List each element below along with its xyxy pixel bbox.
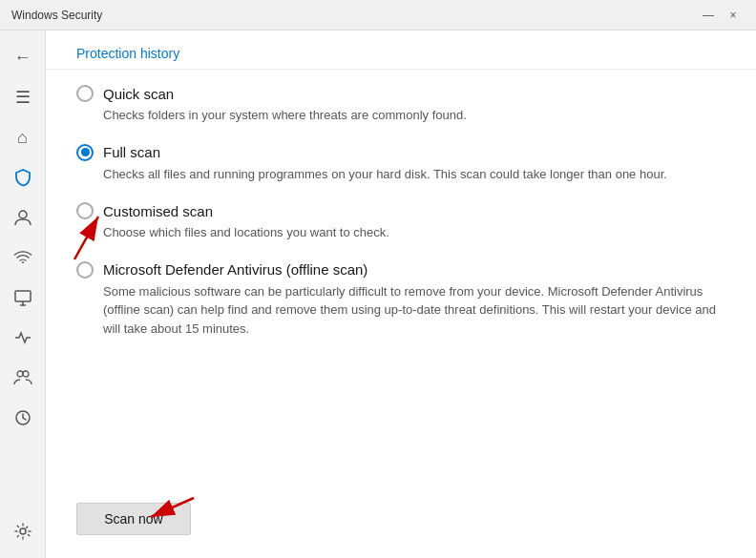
custom-scan-label[interactable]: Customised scan: [103, 203, 213, 219]
scan-options-container: Quick scan Checks folders in your system…: [46, 70, 756, 495]
app-title: Windows Security: [11, 9, 697, 22]
scan-option-offline-header: Microsoft Defender Antivirus (offline sc…: [76, 261, 725, 279]
main-content: Protection history Quick scan Checks fol…: [46, 31, 756, 558]
minimize-button[interactable]: —: [697, 6, 720, 25]
full-scan-label[interactable]: Full scan: [103, 144, 160, 160]
svg-point-5: [20, 528, 26, 534]
quick-scan-label[interactable]: Quick scan: [103, 86, 174, 102]
custom-scan-desc: Choose which files and locations you wan…: [103, 223, 725, 242]
svg-point-0: [19, 211, 27, 218]
quick-scan-desc: Checks folders in your system where thre…: [103, 106, 725, 125]
scan-option-custom: Customised scan Choose which files and l…: [76, 202, 725, 242]
scan-now-button[interactable]: Scan now: [76, 503, 191, 535]
svg-point-2: [17, 371, 23, 377]
app-body: ← ☰ ⌂: [0, 31, 756, 558]
sidebar-item-user[interactable]: [4, 198, 42, 237]
offline-scan-radio[interactable]: [76, 261, 94, 279]
scan-option-full: Full scan Checks all files and running p…: [76, 144, 725, 184]
sidebar-item-shield[interactable]: [4, 158, 42, 196]
scan-option-quick: Quick scan Checks folders in your system…: [76, 85, 725, 125]
scan-option-offline: Microsoft Defender Antivirus (offline sc…: [76, 261, 725, 339]
sidebar-item-history[interactable]: [4, 399, 42, 437]
sidebar-item-home[interactable]: ⌂: [4, 118, 42, 156]
sidebar-item-monitor[interactable]: [4, 279, 42, 317]
full-scan-radio[interactable]: [76, 144, 94, 161]
offline-scan-label[interactable]: Microsoft Defender Antivirus (offline sc…: [103, 261, 368, 278]
quick-scan-radio[interactable]: [76, 85, 94, 102]
sidebar-item-back[interactable]: ←: [4, 38, 42, 76]
window-controls: — ×: [697, 6, 745, 25]
full-scan-desc: Checks all files and running programmes …: [103, 165, 725, 184]
scan-option-quick-header: Quick scan: [76, 85, 725, 102]
sidebar-item-menu[interactable]: ☰: [4, 78, 42, 116]
close-button[interactable]: ×: [722, 6, 745, 25]
sidebar-item-health[interactable]: [4, 319, 42, 357]
sidebar-item-family[interactable]: [4, 359, 42, 397]
scan-option-custom-header: Customised scan: [76, 202, 725, 219]
custom-scan-radio[interactable]: [76, 202, 94, 219]
svg-point-3: [23, 371, 29, 377]
svg-rect-1: [15, 291, 31, 301]
sidebar-item-wireless[interactable]: [4, 238, 42, 277]
sidebar-item-settings[interactable]: [4, 512, 42, 550]
header: Protection history: [46, 31, 756, 70]
title-bar: Windows Security — ×: [0, 0, 756, 31]
breadcrumb[interactable]: Protection history: [76, 46, 179, 61]
offline-scan-desc: Some malicious software can be particula…: [103, 282, 725, 339]
scan-option-full-header: Full scan: [76, 144, 725, 161]
sidebar: ← ☰ ⌂: [0, 31, 46, 558]
